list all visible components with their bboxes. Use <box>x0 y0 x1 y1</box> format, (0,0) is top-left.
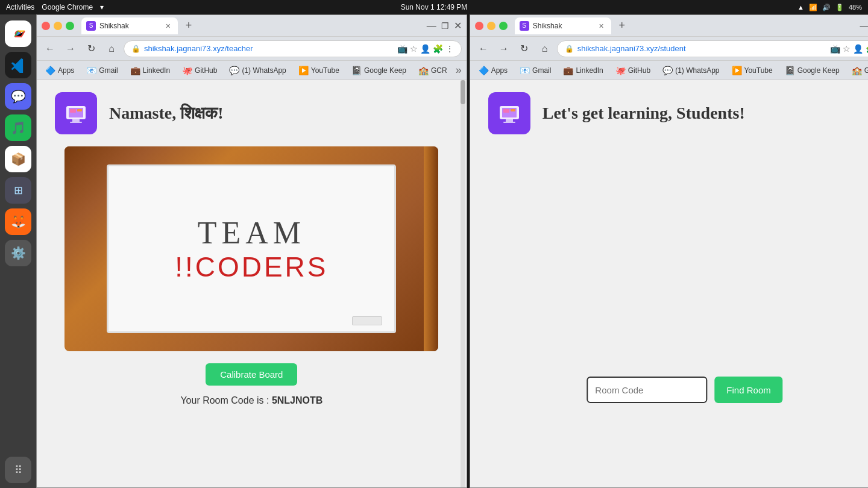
teacher-bookmark-apps[interactable]: 🔷 Apps <box>42 64 78 77</box>
teacher-app-logo <box>55 92 97 134</box>
teacher-tab-close[interactable]: × <box>166 21 171 31</box>
room-code-label: Your Room Code is : <box>180 395 269 405</box>
student-bookmark-keep-label: Google Keep <box>797 66 840 75</box>
teacher-window-restore-icon[interactable]: ❐ <box>441 21 449 31</box>
teacher-bookmark-apps-icon: 🔷 <box>45 66 55 75</box>
sidebar-firefox-icon[interactable]: 🦊 <box>5 208 31 235</box>
teacher-url-bar[interactable]: 🔒 shikshak.jagnani73.xyz/teacher 📺 ☆ 👤 🧩… <box>124 40 462 57</box>
sidebar-settings-icon[interactable]: ⚙️ <box>5 240 31 266</box>
teacher-forward-button[interactable]: → <box>62 40 79 57</box>
svg-rect-3 <box>72 119 80 122</box>
teacher-bookmark-keep[interactable]: 📓 Google Keep <box>348 64 410 77</box>
teacher-minimize-button[interactable] <box>54 22 62 30</box>
student-maximize-button[interactable] <box>499 22 508 30</box>
student-bookmark-linkedin[interactable]: 💼 LinkedIn <box>559 64 606 77</box>
teacher-bookmarks-more[interactable]: » <box>456 64 462 77</box>
student-bookmark-github[interactable]: 🐙 GitHub <box>612 64 654 77</box>
teacher-bookmark-gmail[interactable]: 📧 Gmail <box>83 64 121 77</box>
svg-rect-9 <box>506 119 513 122</box>
svg-rect-10 <box>503 122 515 123</box>
find-room-button[interactable]: Find Room <box>714 377 782 403</box>
student-url-bar[interactable]: 🔒 shikshak.jagnani73.xyz/student 📺 ☆ 👤 🧩… <box>557 40 868 57</box>
activities-label[interactable]: Activities <box>6 3 34 11</box>
teacher-tab[interactable]: S Shikshak × <box>81 17 178 34</box>
teacher-bookmark-youtube-icon: ▶️ <box>298 66 309 75</box>
student-bookmark-youtube[interactable]: ▶️ YouTube <box>728 64 776 77</box>
teacher-bookmark-gcr[interactable]: 🏫 GCR <box>415 64 451 77</box>
teacher-window-minimize-icon[interactable]: — <box>427 20 436 31</box>
student-bookmark-whatsapp[interactable]: 💬 (1) WhatsApp <box>659 64 723 77</box>
teacher-window-close-icon[interactable]: ✕ <box>454 20 462 31</box>
teacher-extensions-icon[interactable]: 🧩 <box>433 44 443 54</box>
student-page-title: Let's get learning, Students! <box>542 104 745 123</box>
teacher-bookmark-gmail-icon: 📧 <box>86 66 96 75</box>
student-bookmark-apps[interactable]: 🔷 Apps <box>475 64 511 77</box>
browser-label[interactable]: Google Chrome <box>42 3 93 11</box>
student-bookmark-star-icon[interactable]: ☆ <box>843 44 851 54</box>
teacher-menu-icon[interactable]: ⋮ <box>445 44 454 54</box>
teacher-maximize-button[interactable] <box>66 22 74 30</box>
teacher-browser-window: S Shikshak × + — ❐ ✕ ← → ↻ ⌂ 🔒 shikshak.… <box>36 14 467 488</box>
student-reload-button[interactable]: ↻ <box>516 40 533 57</box>
sidebar-screenshot-icon[interactable]: ⊞ <box>5 177 31 204</box>
student-bookmark-youtube-label: YouTube <box>744 66 773 75</box>
student-close-button[interactable] <box>475 22 483 30</box>
teacher-bookmark-linkedin-icon: 💼 <box>130 66 140 75</box>
teacher-bookmark-whatsapp[interactable]: 💬 (1) WhatsApp <box>225 64 289 77</box>
teacher-bookmark-linkedin[interactable]: 💼 LinkedIn <box>127 64 174 77</box>
student-cast-icon[interactable]: 📺 <box>830 44 840 54</box>
teacher-bookmark-gmail-label: Gmail <box>99 66 118 75</box>
network-icon: 📶 <box>809 4 817 11</box>
os-topbar-right: ▲ 📶 🔊 🔋 48% <box>797 4 862 11</box>
teacher-bookmark-youtube[interactable]: ▶️ YouTube <box>295 64 343 77</box>
student-window-minimize-icon[interactable]: — <box>860 20 868 31</box>
student-bookmark-gcr-icon: 🏫 <box>852 66 862 75</box>
sidebar: 💬 🎵 📦 ⊞ 🦊 ⚙️ ⠿ <box>0 14 36 488</box>
teacher-bookmark-keep-icon: 📓 <box>351 66 362 75</box>
student-bookmark-keep[interactable]: 📓 Google Keep <box>781 64 843 77</box>
student-minimize-button[interactable] <box>487 22 495 30</box>
student-bookmark-linkedin-icon: 💼 <box>563 66 573 75</box>
student-bookmark-apps-label: Apps <box>491 66 508 75</box>
student-extensions-icon[interactable]: 🧩 <box>866 44 868 54</box>
student-tab-close[interactable]: × <box>599 21 604 31</box>
teacher-back-button[interactable]: ← <box>42 40 58 57</box>
student-forward-button[interactable]: → <box>495 40 512 57</box>
whiteboard-image: TEAM !!CODERS <box>64 146 438 351</box>
teacher-bookmark-star-icon[interactable]: ☆ <box>410 44 418 54</box>
student-bookmark-gmail[interactable]: 📧 Gmail <box>516 64 555 77</box>
teacher-profile-icon[interactable]: 👤 <box>420 44 430 54</box>
teacher-reload-button[interactable]: ↻ <box>83 40 99 57</box>
sidebar-discord-icon[interactable]: 💬 <box>5 83 31 110</box>
sidebar-virtualbox-icon[interactable]: 📦 <box>5 146 31 172</box>
sidebar-chrome-icon[interactable] <box>5 20 31 47</box>
student-home-button[interactable]: ⌂ <box>536 40 553 57</box>
student-bookmark-whatsapp-label: (1) WhatsApp <box>675 66 719 75</box>
teacher-close-button[interactable] <box>42 22 50 30</box>
wifi-icon: ▲ <box>797 4 804 11</box>
student-profile-icon[interactable]: 👤 <box>853 44 863 54</box>
sidebar-vscode-icon[interactable] <box>5 52 31 78</box>
teacher-scroll-thumb[interactable] <box>461 80 465 104</box>
student-tab-favicon: S <box>520 21 529 31</box>
student-new-tab-button[interactable]: + <box>614 17 631 34</box>
teacher-bookmark-github[interactable]: 🐙 GitHub <box>178 64 221 77</box>
teacher-bookmark-github-icon: 🐙 <box>182 66 192 75</box>
teacher-new-tab-button[interactable]: + <box>180 17 197 34</box>
teacher-cast-icon[interactable]: 📺 <box>397 44 407 54</box>
teacher-bookmarks-bar: 🔷 Apps 📧 Gmail 💼 LinkedIn 🐙 GitHub 💬 (1)… <box>37 61 467 80</box>
board-text-team: TEAM <box>198 215 306 251</box>
student-tab[interactable]: S Shikshak × <box>515 17 611 34</box>
sidebar-grid-icon[interactable]: ⠿ <box>5 457 31 483</box>
teacher-scrollbar[interactable] <box>461 80 465 487</box>
room-code-input[interactable] <box>587 377 707 403</box>
sidebar-spotify-icon[interactable]: 🎵 <box>5 114 31 141</box>
apps-grid-icon: ⠿ <box>14 463 22 477</box>
student-bookmark-gcr[interactable]: 🏫 GCR <box>848 64 868 77</box>
student-browser-window: S Shikshak × + — ❐ ✕ ← → ↻ ⌂ 🔒 shikshak.… <box>470 14 868 488</box>
teacher-home-button[interactable]: ⌂ <box>103 40 120 57</box>
calibrate-board-button[interactable]: Calibrate Board <box>206 363 297 386</box>
teacher-window-controls <box>42 22 74 30</box>
teacher-tab-favicon: S <box>86 21 96 31</box>
student-back-button[interactable]: ← <box>475 40 492 57</box>
